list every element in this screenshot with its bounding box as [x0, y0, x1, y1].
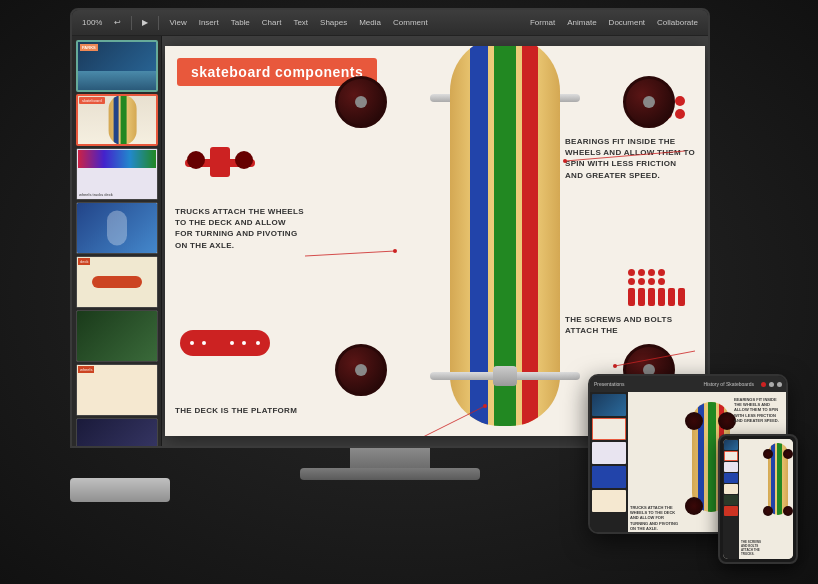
iphone: THE SCREWS AND BOLTS ATTACH THE TRUCKS. [718, 434, 798, 564]
slide-thumb-4[interactable] [76, 202, 158, 254]
iphone-thumb-3 [724, 462, 738, 472]
zoom-control[interactable]: 100% [78, 16, 106, 29]
iphone-thumb-4 [724, 473, 738, 483]
iphone-wheel-tl [763, 449, 773, 459]
ipad-thumb-3 [592, 442, 626, 464]
slide-thumb-8[interactable] [76, 418, 158, 446]
slide-thumb-2[interactable]: skateboard [76, 94, 158, 146]
iphone-thumb-7 [724, 506, 738, 516]
iphone-screen-inner: THE SCREWS AND BOLTS ATTACH THE TRUCKS. [723, 439, 793, 559]
truck-icon [185, 141, 255, 186]
slide-panel[interactable]: PARKS skateboard wheels t [72, 36, 162, 446]
ipad-title-label: History of Skateboards [703, 381, 754, 387]
ipad-thumb-2 [592, 418, 626, 440]
ipad-annotation-bearings: BEARINGS FIT INSIDE THE WHEELS AND ALLOW… [734, 397, 784, 423]
ipad-thumb-1 [592, 394, 626, 416]
ipad-toolbar-dot-1 [761, 382, 766, 387]
truck-wheel-left [187, 151, 205, 169]
view-button[interactable]: View [165, 16, 190, 29]
insert-button[interactable]: Insert [195, 16, 223, 29]
media-button[interactable]: Media [355, 16, 385, 29]
iphone-thumb-6 [724, 495, 738, 505]
slide-thumb-7[interactable]: wheels [76, 364, 158, 416]
collaborate-button[interactable]: Collaborate [653, 16, 702, 29]
deck-dot-1 [190, 341, 194, 345]
ipad-toolbar-dot-2 [769, 382, 774, 387]
play-button[interactable]: ▶ [138, 16, 152, 29]
deck-dot-5 [256, 341, 260, 345]
monitor-stand-neck [350, 448, 430, 470]
document-button[interactable]: Document [605, 16, 649, 29]
slide-thumb-6[interactable] [76, 310, 158, 362]
iphone-wheel-bl [763, 506, 773, 516]
wheel-bottom-left [335, 344, 387, 396]
ipad-thumb-4 [592, 466, 626, 488]
animate-button[interactable]: Animate [563, 16, 600, 29]
ipad-app-label: Presentations [594, 381, 700, 387]
iphone-screen: THE SCREWS AND BOLTS ATTACH THE TRUCKS. [723, 439, 793, 559]
comment-button[interactable]: Comment [389, 16, 432, 29]
deck-icon [180, 330, 270, 356]
text-button[interactable]: Text [289, 16, 312, 29]
truck-bottom [430, 364, 580, 386]
ipad-toolbar-dot-3 [777, 382, 782, 387]
shapes-button[interactable]: Shapes [316, 16, 351, 29]
ipad-thumb-5 [592, 490, 626, 512]
truck-wheel-right [235, 151, 253, 169]
ipad-wheel-tl [685, 412, 703, 430]
wheel-top-left [335, 76, 387, 128]
chart-button[interactable]: Chart [258, 16, 286, 29]
ipad-wheel-bl [685, 497, 703, 515]
toolbar-separator-1 [131, 16, 132, 30]
toolbar: 100% ↩ ▶ View Insert Table Chart Text Sh… [72, 10, 708, 36]
monitor-stand-base [300, 468, 480, 480]
iphone-slides [723, 439, 739, 559]
ipad-slide-panel [590, 392, 628, 534]
iphone-skateboard [763, 441, 793, 521]
annotation-deck: THE DECK IS THE PLATFORM [175, 405, 305, 416]
iphone-wheel-tr [783, 449, 793, 459]
wheel-top-right [623, 76, 675, 128]
deck-dot-3 [230, 341, 234, 345]
iphone-main-slide: THE SCREWS AND BOLTS ATTACH THE TRUCKS. [739, 439, 793, 559]
format-button[interactable]: Format [526, 16, 559, 29]
undo-button[interactable]: ↩ [110, 16, 125, 29]
toolbar-separator-2 [158, 16, 159, 30]
ipad-toolbar: Presentations History of Skateboards [590, 376, 786, 392]
table-button[interactable]: Table [227, 16, 254, 29]
iphone-annotation: THE SCREWS AND BOLTS ATTACH THE TRUCKS. [741, 541, 761, 557]
iphone-stripe-green [777, 443, 782, 515]
deck-dot-2 [202, 341, 206, 345]
iphone-wheel-br [783, 506, 793, 516]
truck-center [210, 147, 230, 177]
deck-dot-4 [242, 341, 246, 345]
iphone-thumb-5 [724, 484, 738, 494]
iphone-thumb-1 [724, 440, 738, 450]
truck-bottom-pivot [493, 366, 517, 386]
mac-mini [70, 478, 170, 502]
ipad-stripe-green [708, 402, 716, 512]
slide-thumb-3[interactable]: wheels trucks deck [76, 148, 158, 200]
ipad-annotation-trucks: TRUCKS ATTACH THE WHEELS TO THE DECK AND… [630, 505, 680, 531]
iphone-thumb-2 [724, 451, 738, 461]
slide-thumb-5[interactable]: deck [76, 256, 158, 308]
slide-thumb-1[interactable]: PARKS [76, 40, 158, 92]
annotation-trucks: TRUCKS ATTACH THE WHEELS TO THE DECK AND… [175, 206, 305, 251]
